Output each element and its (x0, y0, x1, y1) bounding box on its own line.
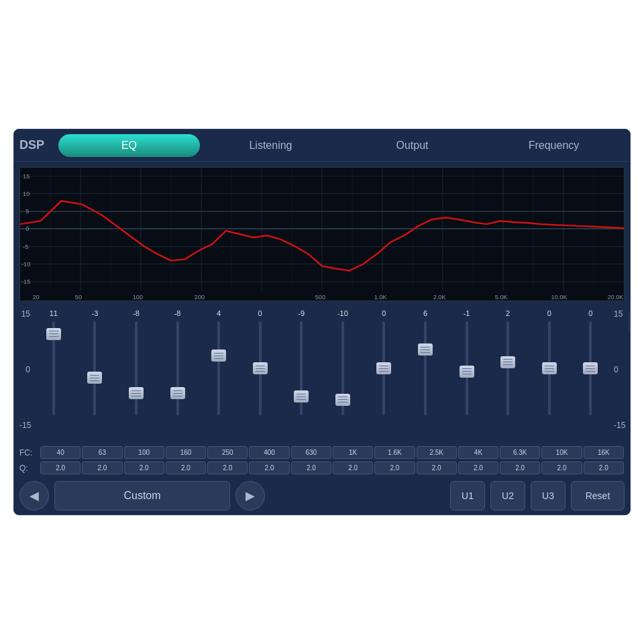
fader-handle-11[interactable] (500, 356, 515, 368)
svg-text:10.0K: 10.0K (551, 294, 568, 301)
fader-track-5[interactable] (259, 321, 262, 415)
fader-track-11[interactable] (506, 321, 509, 415)
fc-cell-2[interactable]: 100 (124, 446, 164, 459)
q-cell-10[interactable]: 2.0 (458, 462, 498, 474)
fader-value-4: 4 (217, 309, 221, 320)
q-cell-13[interactable]: 2.0 (584, 462, 624, 474)
q-cell-9[interactable]: 2.0 (417, 462, 457, 474)
fc-cell-0[interactable]: 40 (40, 446, 80, 459)
side-panel-arrow[interactable]: ❯ (629, 312, 631, 332)
q-cell-3[interactable]: 2.0 (166, 462, 206, 474)
fader-column-4: 4 (198, 309, 239, 415)
q-row: Q: 2.02.02.02.02.02.02.02.02.02.02.02.02… (19, 462, 625, 474)
q-cell-0[interactable]: 2.0 (40, 462, 80, 474)
fader-track-2[interactable] (135, 321, 138, 415)
scale-label-right-0: 0 (614, 365, 625, 374)
fc-cell-6[interactable]: 630 (291, 446, 331, 459)
fc-cell-7[interactable]: 1K (333, 446, 373, 459)
fader-track-13[interactable] (589, 321, 592, 415)
q-label: Q: (19, 464, 40, 473)
fader-track-1[interactable] (93, 321, 96, 415)
fader-handle-4[interactable] (211, 350, 226, 362)
faders-container: 11-3-8-840-9-1006-1200 (33, 309, 611, 443)
fader-track-9[interactable] (424, 321, 427, 415)
fader-track-4[interactable] (217, 321, 220, 415)
scale-label-neg15: -15 (19, 421, 30, 430)
fader-handle-3[interactable] (170, 387, 185, 399)
app-container: DSP EQ Listening Output Frequency (0, 0, 644, 644)
fader-value-2: -8 (133, 309, 140, 320)
q-cells: 2.02.02.02.02.02.02.02.02.02.02.02.02.02… (40, 462, 625, 474)
tab-frequency[interactable]: Frequency (483, 134, 625, 157)
fc-cell-12[interactable]: 10K (541, 446, 582, 459)
fader-handle-6[interactable] (294, 390, 309, 402)
u2-button[interactable]: U2 (490, 481, 525, 511)
q-cell-2[interactable]: 2.0 (124, 462, 164, 474)
fader-track-6[interactable] (300, 321, 303, 415)
fader-track-8[interactable] (382, 321, 385, 415)
tab-listening[interactable]: Listening (200, 134, 341, 157)
fader-value-1: -3 (91, 309, 98, 320)
fc-cell-8[interactable]: 1.6K (374, 446, 415, 459)
fader-value-8: 0 (382, 309, 386, 320)
header-tabs: DSP EQ Listening Output Frequency (14, 129, 630, 162)
fader-column-2: -8 (115, 309, 157, 415)
q-cell-7[interactable]: 2.0 (333, 462, 373, 474)
fc-cell-1[interactable]: 63 (82, 446, 122, 459)
prev-button[interactable]: ◀ (19, 481, 49, 511)
q-cell-12[interactable]: 2.0 (541, 462, 582, 474)
q-cell-11[interactable]: 2.0 (500, 462, 540, 474)
fc-cell-3[interactable]: 160 (166, 446, 206, 459)
fader-handle-13[interactable] (583, 362, 598, 374)
fader-handle-10[interactable] (460, 366, 474, 378)
scale-label-15: 15 (19, 309, 30, 319)
svg-text:-10: -10 (21, 261, 30, 268)
q-cell-5[interactable]: 2.0 (249, 462, 289, 474)
next-button[interactable]: ▶ (235, 481, 265, 511)
fader-handle-0[interactable] (46, 328, 61, 340)
fader-value-12: 0 (547, 309, 551, 320)
fader-track-10[interactable] (466, 321, 468, 415)
fader-value-10: -1 (464, 309, 470, 320)
fader-track-0[interactable] (52, 321, 55, 415)
fader-handle-1[interactable] (87, 372, 102, 384)
fader-column-10: -1 (446, 309, 488, 415)
scale-label-0: 0 (19, 365, 30, 374)
u3-button[interactable]: U3 (531, 481, 566, 511)
q-cell-6[interactable]: 2.0 (291, 462, 331, 474)
dsp-label: DSP (19, 138, 53, 152)
fader-handle-2[interactable] (129, 387, 144, 399)
svg-text:5.0K: 5.0K (495, 294, 508, 301)
fc-cell-13[interactable]: 16K (584, 446, 624, 459)
u1-button[interactable]: U1 (450, 481, 485, 511)
fc-cell-10[interactable]: 4K (458, 446, 498, 459)
fader-handle-7[interactable] (335, 394, 350, 406)
fc-cells: 40631001602504006301K1.6K2.5K4K6.3K10K16… (40, 446, 625, 459)
svg-text:-15: -15 (21, 278, 30, 285)
fader-handle-12[interactable] (542, 362, 557, 374)
reset-button[interactable]: Reset (571, 481, 625, 511)
tab-output[interactable]: Output (341, 134, 483, 157)
fader-track-3[interactable] (176, 321, 179, 415)
fader-handle-9[interactable] (418, 343, 433, 356)
tab-eq[interactable]: EQ (58, 134, 200, 157)
fader-value-13: 0 (588, 309, 592, 320)
fc-cell-5[interactable]: 400 (249, 446, 289, 459)
eq-curve-svg: 15 10 5 0 -5 -10 -15 20 50 100 200 500 1… (20, 168, 624, 301)
q-cell-8[interactable]: 2.0 (374, 462, 415, 474)
q-cell-4[interactable]: 2.0 (207, 462, 248, 474)
q-cell-1[interactable]: 2.0 (82, 462, 122, 474)
fader-handle-8[interactable] (376, 362, 391, 374)
fc-cell-9[interactable]: 2.5K (417, 446, 457, 459)
fader-track-7[interactable] (341, 321, 344, 415)
fader-value-9: 6 (423, 309, 427, 320)
svg-text:0: 0 (25, 225, 29, 232)
fader-column-11: 2 (487, 309, 529, 415)
fader-column-13: 0 (570, 309, 612, 415)
fader-track-12[interactable] (548, 321, 551, 415)
svg-text:200: 200 (195, 294, 205, 301)
fc-cell-4[interactable]: 250 (207, 446, 248, 459)
fader-value-11: 2 (506, 309, 510, 320)
fader-handle-5[interactable] (253, 362, 268, 374)
fc-cell-11[interactable]: 6.3K (500, 446, 540, 459)
